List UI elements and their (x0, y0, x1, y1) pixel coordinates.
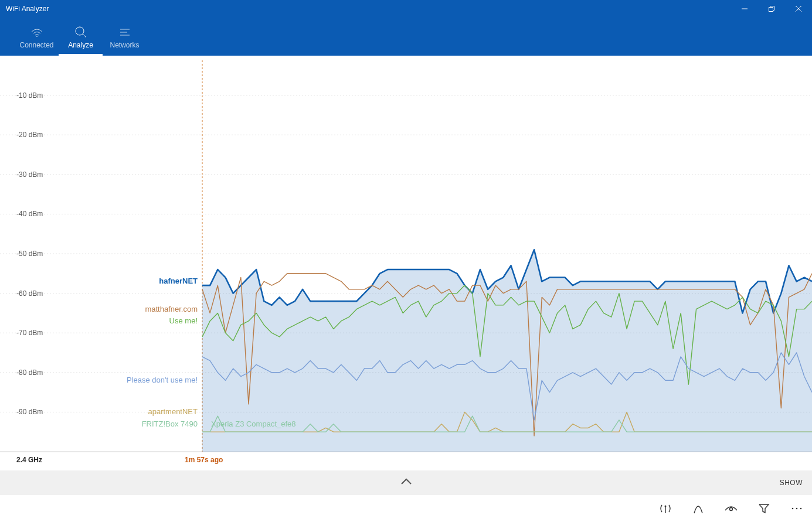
details-collapsed-bar[interactable]: SHOW (0, 470, 812, 495)
channel-icon[interactable] (690, 500, 706, 517)
tab-label: Connected (19, 41, 53, 49)
series-label: Use me! (169, 316, 198, 325)
filter-icon[interactable] (756, 500, 772, 517)
broadcast-icon[interactable] (657, 500, 674, 517)
time-reference: 1m 57s ago (185, 456, 223, 464)
wifi-icon (30, 26, 44, 39)
band-label: 2.4 GHz (16, 456, 42, 464)
restore-button[interactable] (758, 0, 785, 18)
tab-connected[interactable]: Connected (15, 21, 59, 56)
y-tick-label: -60 dBm (16, 289, 43, 298)
svg-point-4 (36, 36, 38, 37)
y-tick-label: -40 dBm (16, 210, 43, 218)
chevron-up-icon (400, 477, 413, 488)
y-tick-label: -30 dBm (16, 170, 43, 179)
svg-point-26 (800, 508, 802, 510)
svg-point-23 (730, 508, 733, 511)
close-button[interactable] (785, 0, 812, 18)
more-icon[interactable] (789, 500, 805, 517)
y-tick-label: -50 dBm (16, 250, 43, 258)
series-label: apartmentNET (148, 407, 198, 416)
series-label-inline: Xperia Z3 Compact_efe8 (211, 419, 296, 428)
svg-line-6 (83, 34, 86, 37)
chart-svg: -10 dBm-20 dBm-30 dBm-40 dBm-50 dBm-60 d… (0, 56, 812, 470)
analyze-icon (74, 26, 87, 39)
tabs-bar: Connected Analyze Networks (0, 18, 812, 56)
y-tick-label: -70 dBm (16, 329, 43, 337)
tab-networks[interactable]: Networks (103, 21, 147, 56)
series-label: FRITZ!Box 7490 (142, 419, 198, 428)
tab-label: Analyze (68, 41, 93, 49)
y-tick-label: -20 dBm (16, 131, 43, 139)
tab-analyze[interactable]: Analyze (59, 21, 103, 56)
y-tick-label: -80 dBm (16, 369, 43, 377)
bottom-toolbar (0, 495, 812, 522)
series-label: Please don't use me! (127, 376, 198, 384)
minimize-button[interactable] (731, 0, 758, 18)
tab-label: Networks (110, 41, 139, 49)
networks-icon (118, 26, 131, 39)
y-tick-label: -90 dBm (16, 408, 43, 416)
y-tick-label: -10 dBm (16, 91, 43, 100)
svg-point-22 (665, 506, 667, 507)
show-label: SHOW (780, 479, 803, 487)
svg-point-5 (76, 27, 84, 35)
svg-rect-1 (769, 8, 773, 12)
title-bar: WiFi Analyzer (0, 0, 812, 18)
signal-chart: -10 dBm-20 dBm-30 dBm-40 dBm-50 dBm-60 d… (0, 56, 812, 470)
app-title: WiFi Analyzer (6, 5, 49, 13)
series-label: matthafner.com (145, 305, 198, 313)
svg-point-24 (792, 508, 794, 510)
svg-point-25 (796, 508, 798, 510)
series-label: hafnerNET (159, 277, 198, 285)
view-icon[interactable] (723, 500, 739, 517)
